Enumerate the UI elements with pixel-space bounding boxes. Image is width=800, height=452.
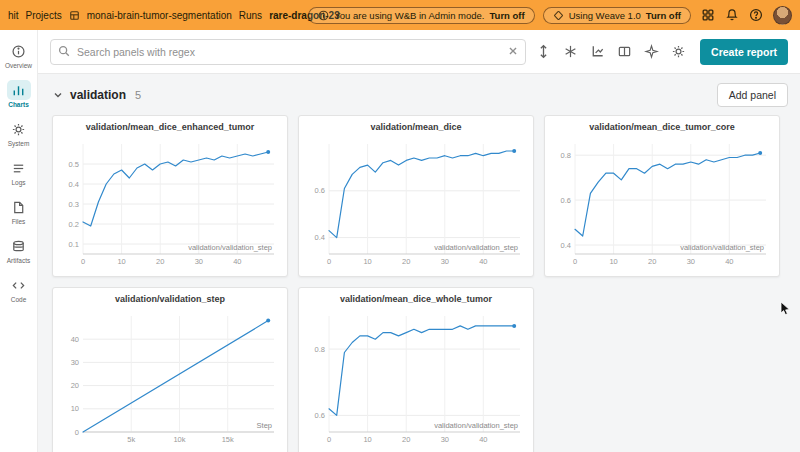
chart-panel[interactable]: validation/mean_dice 0.40.6010203040vali…: [298, 115, 534, 277]
svg-text:validation/validation_step: validation/validation_step: [434, 243, 518, 252]
breadcrumb: hit Projects monai-brain-tumor-segmentat…: [8, 10, 300, 21]
weave-turn-off-link[interactable]: Turn off: [646, 10, 681, 21]
chart-title: validation/mean_dice_whole_tumor: [303, 294, 529, 309]
chart-panel[interactable]: validation/mean_dice_whole_tumor 0.60.80…: [298, 287, 534, 452]
line-chart[interactable]: 0.40.6010203040validation/validation_ste…: [303, 137, 529, 272]
breadcrumb-runs[interactable]: Runs: [239, 10, 262, 21]
sidebar-item-overview[interactable]: Overview: [0, 38, 38, 72]
line-chart[interactable]: 0.10.20.30.40.5010203040validation/valid…: [57, 137, 283, 272]
chart-panel[interactable]: validation/mean_dice_enhanced_tumor 0.10…: [52, 115, 288, 277]
info-icon: [7, 41, 31, 61]
admin-turn-off-link[interactable]: Turn off: [489, 10, 524, 21]
svg-text:Step: Step: [257, 421, 272, 430]
chevron-down-icon[interactable]: [52, 89, 64, 101]
svg-text:0.4: 0.4: [315, 233, 325, 242]
panels-toolbar: Create report: [38, 30, 800, 74]
line-chart[interactable]: 0.40.60.8010203040validation/validation_…: [549, 137, 775, 272]
svg-text:0.6: 0.6: [315, 411, 325, 420]
svg-text:20: 20: [402, 257, 410, 266]
section-panel-count: 5: [135, 89, 141, 101]
sidebar-item-files[interactable]: Files: [0, 194, 38, 228]
svg-text:30: 30: [195, 257, 203, 266]
sidebar-item-artifacts[interactable]: Artifacts: [0, 233, 38, 267]
section-header: validation 5 Add panel: [38, 74, 800, 113]
svg-text:0: 0: [75, 428, 79, 437]
notifications-bell-icon[interactable]: [725, 8, 739, 22]
svg-text:10k: 10k: [173, 435, 185, 444]
sparkle-icon[interactable]: [642, 42, 661, 61]
svg-text:40: 40: [479, 257, 487, 266]
help-icon[interactable]: [749, 8, 763, 22]
svg-text:40: 40: [233, 257, 241, 266]
svg-text:20: 20: [156, 257, 164, 266]
apps-grid-icon[interactable]: [701, 8, 715, 22]
svg-text:30: 30: [441, 435, 449, 444]
search-input[interactable]: [50, 39, 526, 65]
workspace-settings-gear-icon[interactable]: [669, 42, 688, 61]
chart-panel[interactable]: validation/validation_step 0102030405k10…: [52, 287, 288, 452]
panel-layout-icon[interactable]: [615, 42, 634, 61]
code-icon: [7, 275, 31, 295]
svg-text:20: 20: [402, 435, 410, 444]
topbar-projects-link[interactable]: Projects: [26, 10, 62, 21]
svg-text:validation/validation_step: validation/validation_step: [434, 421, 518, 430]
svg-text:20: 20: [71, 381, 79, 390]
svg-text:30: 30: [687, 257, 695, 266]
svg-text:30: 30: [441, 257, 449, 266]
admin-mode-text: You are using W&B in Admin mode.: [334, 10, 484, 21]
freeze-panels-icon[interactable]: [561, 42, 580, 61]
section-title[interactable]: validation: [70, 88, 126, 102]
svg-text:0: 0: [327, 257, 331, 266]
sidebar-item-label: System: [8, 140, 30, 147]
svg-text:0: 0: [327, 435, 331, 444]
svg-text:0.8: 0.8: [315, 345, 325, 354]
svg-text:10: 10: [609, 257, 617, 266]
svg-text:10: 10: [117, 257, 125, 266]
file-icon: [7, 197, 31, 217]
svg-text:0.1: 0.1: [69, 240, 79, 249]
left-sidebar: Overview Charts System Logs: [0, 30, 38, 452]
svg-text:0.6: 0.6: [315, 186, 325, 195]
chart-title: validation/mean_dice_tumor_core: [549, 122, 775, 137]
axis-settings-icon[interactable]: [588, 42, 607, 61]
chart-panel[interactable]: validation/mean_dice_tumor_core 0.40.60.…: [544, 115, 780, 277]
svg-text:5k: 5k: [127, 435, 135, 444]
workspace-main: Create report validation 5 Add panel val…: [38, 30, 800, 452]
topbar-user-text[interactable]: hit: [8, 10, 19, 21]
sidebar-item-code[interactable]: Code: [0, 272, 38, 306]
svg-text:0: 0: [573, 257, 577, 266]
sidebar-item-label: Overview: [5, 62, 32, 69]
svg-text:10: 10: [363, 435, 371, 444]
weave-text: Using Weave 1.0: [569, 10, 641, 21]
info-icon: [318, 10, 329, 21]
svg-text:validation/validation_step: validation/validation_step: [188, 243, 272, 252]
topbar: hit Projects monai-brain-tumor-segmentat…: [0, 0, 800, 30]
breadcrumb-project[interactable]: monai-brain-tumor-segmentation: [87, 10, 232, 21]
svg-text:10: 10: [363, 257, 371, 266]
chart-title: validation/mean_dice_enhanced_tumor: [57, 122, 283, 137]
sidebar-item-charts[interactable]: Charts: [0, 77, 38, 111]
add-panel-button[interactable]: Add panel: [717, 83, 788, 107]
chart-title: validation/validation_step: [57, 294, 283, 309]
user-avatar[interactable]: [773, 6, 792, 25]
search-box: [50, 39, 526, 65]
panel-grid: validation/mean_dice_enhanced_tumor 0.10…: [38, 113, 800, 452]
database-icon: [7, 236, 31, 256]
sidebar-item-label: Logs: [11, 179, 25, 186]
sidebar-item-label: Code: [11, 296, 27, 303]
line-chart[interactable]: 0.60.8010203040validation/validation_ste…: [303, 309, 529, 450]
topbar-right-group: Using Weave 1.0 Turn off: [543, 6, 792, 25]
project-icon: [69, 10, 80, 21]
chart-title: validation/mean_dice: [303, 122, 529, 137]
create-report-button[interactable]: Create report: [700, 39, 788, 65]
clear-search-icon[interactable]: [506, 44, 520, 62]
sidebar-item-logs[interactable]: Logs: [0, 155, 38, 189]
svg-text:10: 10: [71, 404, 79, 413]
svg-text:15k: 15k: [222, 435, 234, 444]
sidebar-item-system[interactable]: System: [0, 116, 38, 150]
svg-text:validation/validation_step: validation/validation_step: [680, 243, 764, 252]
line-chart[interactable]: 0102030405k10k15kStep: [57, 309, 283, 450]
panel-height-icon[interactable]: [534, 42, 553, 61]
svg-text:0.6: 0.6: [561, 196, 571, 205]
weave-banner: Using Weave 1.0 Turn off: [543, 7, 691, 24]
